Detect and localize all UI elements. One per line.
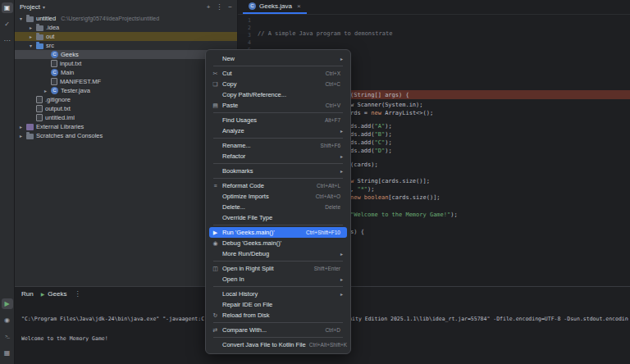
- hide-panel-icon[interactable]: −: [228, 3, 232, 11]
- submenu-arrow-icon: ▸: [340, 128, 343, 134]
- chevron-right-icon[interactable]: ▸: [28, 34, 34, 39]
- menu-item-cut[interactable]: ✂CutCtrl+X: [209, 68, 347, 79]
- line-number: 1: [238, 17, 251, 25]
- tree-item-manifest[interactable]: MANIFEST.MF: [15, 77, 237, 86]
- run-icon[interactable]: ▶: [2, 298, 13, 309]
- line-number: 2: [238, 25, 251, 32]
- paste-icon: ▤: [212, 102, 219, 109]
- tree-item-label: untitled: [36, 15, 56, 22]
- tree-item-label: MANIFEST.MF: [60, 78, 101, 85]
- menu-item-compare-with[interactable]: ⇄Compare With...Ctrl+D: [209, 325, 347, 335]
- tree-item-external-libraries[interactable]: ▸ External Libraries: [15, 122, 237, 131]
- split-icon: ◫: [212, 266, 219, 272]
- menu-item-convert-to-kotlin[interactable]: Convert Java File to Kotlin FileCtrl+Alt…: [209, 339, 347, 350]
- menu-item-rename[interactable]: Rename...Shift+F6: [209, 140, 347, 151]
- tree-item-untitled-iml[interactable]: untitled.iml: [15, 113, 237, 122]
- tab-geeks-java[interactable]: Geeks.java ×: [243, 0, 307, 14]
- tree-item-geeks[interactable]: Geeks: [15, 50, 237, 59]
- chevron-down-icon[interactable]: ▾: [18, 16, 24, 21]
- context-menu: New▸ ✂CutCtrl+X ❏CopyCtrl+C Copy Path/Re…: [205, 49, 351, 354]
- code-line: // A simple Java program to demonstrate: [258, 30, 392, 38]
- chevron-down-icon[interactable]: ▾: [43, 4, 45, 10]
- tree-item-idea[interactable]: ▸ .idea: [15, 23, 237, 32]
- tree-item-main[interactable]: Main: [15, 68, 237, 77]
- menu-item-more-run-debug[interactable]: More Run/Debug▸: [209, 248, 347, 259]
- chevron-down-icon[interactable]: ▾: [28, 43, 34, 48]
- menu-item-optimize-imports[interactable]: Optimize ImportsCtrl+Alt+O: [209, 191, 347, 202]
- menu-item-local-history[interactable]: Local History▸: [209, 289, 347, 299]
- project-icon[interactable]: ▣: [2, 2, 13, 13]
- kebab-menu-icon[interactable]: ⋮: [216, 3, 222, 11]
- menu-item-reformat-code[interactable]: ≡Reformat CodeCtrl+Alt+L: [209, 180, 347, 191]
- line-number: 4: [238, 39, 251, 47]
- menu-item-run-geeks-main[interactable]: ▶Run 'Geeks.main()'Ctrl+Shift+F10: [209, 227, 347, 238]
- services-icon[interactable]: ▦: [2, 348, 13, 358]
- code-fragment: w String[cards.size()];: [350, 178, 430, 184]
- project-panel-header: Project ▾ + ⋮ −: [15, 0, 237, 14]
- menu-item-repair-ide[interactable]: Repair IDE on File: [209, 299, 347, 310]
- tree-item-label: out: [46, 33, 54, 40]
- tree-item-src[interactable]: ▾ src: [15, 41, 237, 50]
- tree-item-scratches[interactable]: ▸ Scratches and Consoles: [15, 131, 237, 140]
- tree-item-out[interactable]: ▸ out: [15, 32, 237, 41]
- terminal-icon[interactable]: >_: [2, 331, 13, 342]
- menu-item-find-usages[interactable]: Find UsagesAlt+F7: [209, 115, 347, 125]
- menu-separator: [213, 112, 343, 113]
- menu-item-copy-path[interactable]: Copy Path/Reference...: [209, 89, 347, 100]
- folder-icon: [36, 34, 43, 40]
- tree-item-output-txt[interactable]: output.txt: [15, 104, 237, 113]
- project-header-icons: + ⋮ −: [207, 3, 232, 11]
- run-tab-geeks[interactable]: ▶ Geeks: [41, 290, 67, 298]
- submenu-arrow-icon: ▸: [340, 56, 343, 61]
- chevron-right-icon[interactable]: ▸: [18, 133, 24, 139]
- folder-icon: [26, 134, 34, 139]
- menu-separator: [213, 337, 343, 338]
- tree-item-label: src: [46, 42, 54, 49]
- menu-item-refactor[interactable]: Refactor▸: [209, 151, 347, 162]
- class-icon: [51, 51, 58, 58]
- tree-item-label: Tester.java: [61, 87, 90, 94]
- tree-item-path: C:\Users\gfg0574\IdeaProjects\untitled: [61, 16, 159, 21]
- project-panel-title[interactable]: Project: [20, 3, 40, 11]
- menu-item-delete[interactable]: Delete...Delete: [209, 202, 347, 212]
- close-icon[interactable]: ×: [297, 2, 301, 10]
- tree-item-label: Scratches and Consoles: [36, 132, 103, 139]
- debug-icon[interactable]: ◉: [2, 315, 13, 325]
- source-folder-icon: [36, 43, 43, 49]
- code-fragment: (String[] args) {: [350, 92, 409, 98]
- commit-icon[interactable]: ✓: [2, 19, 13, 30]
- tree-item-label: output.txt: [45, 105, 71, 112]
- menu-item-bookmarks[interactable]: Bookmarks▸: [209, 166, 347, 176]
- reformat-icon: ≡: [212, 183, 219, 189]
- kebab-menu-icon[interactable]: ⋮: [74, 290, 80, 298]
- menu-item-analyze[interactable]: Analyze▸: [209, 125, 347, 136]
- menu-item-debug-geeks-main[interactable]: ◉Debug 'Geeks.main()': [209, 238, 347, 248]
- menu-item-new[interactable]: New▸: [209, 53, 347, 64]
- tree-item-untitled-root[interactable]: ▾ untitled C:\Users\gfg0574\IdeaProjects…: [15, 14, 237, 23]
- tree-item-input-txt[interactable]: input.txt: [15, 59, 237, 68]
- menu-separator: [213, 225, 343, 225]
- submenu-arrow-icon: ▸: [340, 153, 343, 159]
- libraries-icon: [26, 124, 34, 130]
- run-panel-title[interactable]: Run: [21, 290, 34, 298]
- menu-item-open-in[interactable]: Open In▸: [209, 274, 347, 284]
- plus-icon[interactable]: +: [207, 3, 211, 11]
- code-fragment: ds.add("D");: [350, 148, 392, 154]
- menu-item-copy[interactable]: ❏CopyCtrl+C: [209, 79, 347, 89]
- code-fragment: s) {: [350, 229, 364, 235]
- tree-item-gitignore[interactable]: .gitignore: [15, 95, 237, 104]
- menu-item-override-file-type[interactable]: Override File Type: [209, 212, 347, 223]
- chevron-right-icon[interactable]: ▸: [28, 25, 34, 30]
- tree-item-tester-java[interactable]: ▸ Tester.java: [15, 86, 237, 95]
- chevron-right-icon[interactable]: ▸: [43, 88, 48, 93]
- compare-icon: ⇄: [212, 327, 219, 334]
- text-file-icon: [51, 60, 57, 67]
- more-tools-icon[interactable]: ⋯: [2, 35, 13, 46]
- menu-item-reload-from-disk[interactable]: ↻Reload from Disk: [209, 310, 347, 321]
- menu-item-open-in-right-split[interactable]: ◫Open in Right SplitShift+Enter: [209, 263, 347, 274]
- code-fragment: new boolean[cards.size()];: [350, 194, 441, 201]
- menu-separator: [213, 178, 343, 179]
- submenu-arrow-icon: ▸: [340, 168, 343, 174]
- menu-item-paste[interactable]: ▤PasteCtrl+V: [209, 100, 347, 111]
- chevron-right-icon[interactable]: ▸: [18, 124, 24, 130]
